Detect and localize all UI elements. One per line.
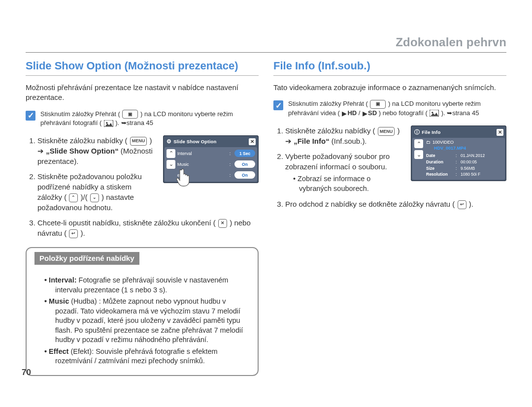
v: 1080 50i F xyxy=(461,171,502,178)
info-icon: ⓘ xyxy=(414,129,420,135)
left-column: Slide Show Option (Možnosti prezentace) … xyxy=(26,60,259,376)
submenu-list: Interval: Fotografie se přehrávají souvi… xyxy=(34,269,250,366)
down-icon: ⌄ xyxy=(90,193,99,202)
play-hd-icon: ▶ xyxy=(342,109,347,118)
return-key-icon: ↩ xyxy=(458,200,466,209)
submenu-music: Music (Hudba) : Můžete zapnout nebo vypn… xyxy=(39,297,250,345)
text: (Inf.soub.). xyxy=(332,137,367,145)
v: 00:00:05 xyxy=(461,159,502,165)
text: ). ➥strana 45 xyxy=(441,109,479,117)
text-bold: „File Info“ xyxy=(294,137,330,145)
return-key-icon: ↩ xyxy=(69,229,78,238)
photo-icon xyxy=(430,110,439,117)
left-step-1: Stiskněte záložku nabídky ( MENU ) ➔ „Sl… xyxy=(37,135,157,166)
text: ) nebo fotografií ( xyxy=(379,109,428,117)
kv-date: Date:01.JAN.2012 xyxy=(426,153,502,159)
ui-row-effect[interactable]: ect: On xyxy=(177,171,255,180)
text: Chcete-li opustit nabídku, stiskněte zál… xyxy=(37,219,216,227)
page-number: 70 xyxy=(22,368,31,377)
right-steps-list: Stiskněte záložku nabídky ( MENU ) ➔ „Fi… xyxy=(273,125,405,194)
text: ). ➥strana 45 xyxy=(115,119,153,126)
left-steps-cont: Chcete-li opustit nabídku, stiskněte zál… xyxy=(26,218,259,238)
text: ect xyxy=(177,173,229,178)
right-steps-and-fig: Stiskněte záložku nabídky ( MENU ) ➔ „Fi… xyxy=(273,125,506,199)
text: File Info xyxy=(422,129,440,135)
right-step-1: Stiskněte záložku nabídky ( MENU ) ➔ „Fi… xyxy=(285,125,405,146)
k: Size xyxy=(426,165,456,172)
play-tab-icon: ▣ xyxy=(370,100,386,109)
ui-file-info-wrap: ⓘFile Info ✕ 🗀 100VIDEO HDV_0017.MP4 Dat… xyxy=(411,125,506,181)
text: Interval xyxy=(177,151,229,156)
right-steps: Stiskněte záložku nabídky ( MENU ) ➔ „Fi… xyxy=(273,125,405,199)
ui-file-info: ⓘFile Info ✕ 🗀 100VIDEO HDV_0017.MP4 Dat… xyxy=(411,125,506,181)
ui-title-bar: ⚙Slide Show Option ✕ xyxy=(165,137,257,147)
value-pill: On xyxy=(234,160,255,168)
kv-duration: Duration:00:00:05 xyxy=(426,159,502,165)
text: Stisknutím záložky Přehrát ( xyxy=(40,110,120,118)
v: 9.56MB xyxy=(461,165,502,172)
right-step-2: Vyberte požadovaný soubor pro zobrazení … xyxy=(285,151,405,194)
close-key-icon: ✕ xyxy=(218,219,227,228)
text: ). xyxy=(469,200,473,208)
ui-arrow-column: ⌃ ⌄ xyxy=(166,149,175,180)
text: Stisknutím záložky Přehrát ( xyxy=(288,100,368,107)
play-sd-icon: ▶ xyxy=(363,109,367,118)
left-title: Slide Show Option (Možnosti prezentace) xyxy=(26,60,259,76)
ui-row-music[interactable]: Music: On xyxy=(177,160,255,169)
text: Stiskněte záložku nabídky ( xyxy=(37,136,128,145)
folder-name: 100VIDEO xyxy=(432,140,454,145)
arrow-down-button[interactable]: ⌄ xyxy=(414,150,423,159)
close-icon[interactable]: ✕ xyxy=(249,138,256,145)
right-step-3: Pro odchod z nabídky se dotkněte záložky… xyxy=(285,199,506,209)
ui-title-bar: ⓘFile Info ✕ xyxy=(412,127,505,138)
left-note: ✓ Stisknutím záložky Přehrát ( ▣ ) na LC… xyxy=(26,110,259,127)
left-intro: Možnosti přehrávání prezentace lze nasta… xyxy=(26,83,259,103)
left-steps-list: Stiskněte záložku nabídky ( MENU ) ➔ „Sl… xyxy=(26,135,157,213)
text: (Hudba) : xyxy=(69,297,103,305)
kv-size: Size:9.56MB xyxy=(426,165,502,172)
ui-slide-show-option: ⚙Slide Show Option ✕ ⌃ ⌄ Interval: 1 Sec xyxy=(163,135,259,183)
ui-body: 🗀 100VIDEO HDV_0017.MP4 Date:01.JAN.2012… xyxy=(412,138,505,180)
check-icon: ✓ xyxy=(273,100,283,110)
text-bold: Music xyxy=(49,297,69,305)
k: Resolution xyxy=(426,171,456,178)
text: Stiskněte záložku nabídky ( xyxy=(285,126,375,135)
arrow-up-button[interactable]: ⌃ xyxy=(414,139,423,148)
ui-row-interval[interactable]: Interval: 1 Sec xyxy=(177,149,255,158)
text: HD xyxy=(347,109,357,117)
left-step-3: Chcete-li opustit nabídku, stiskněte zál… xyxy=(37,218,259,238)
text: (Efekt): xyxy=(68,347,96,355)
right-note: ✓ Stisknutím záložky Přehrát ( ▣ ) na LC… xyxy=(273,99,506,118)
right-intro: Tato videokamera zobrazuje informace o z… xyxy=(273,83,506,93)
right-title: File Info (Inf.soub.) xyxy=(273,60,506,76)
text: Vyberte požadovaný soubor pro zobrazení … xyxy=(285,152,390,171)
submenu-title: Položky podřízené nabídky xyxy=(34,252,139,265)
up-icon: ⌃ xyxy=(69,193,78,202)
right-column: File Info (Inf.soub.) Tato videokamera z… xyxy=(273,60,506,376)
text: Fotografie se přehrávají souvisle v nast… xyxy=(55,276,228,294)
ui-title-text: ⚙Slide Show Option xyxy=(166,138,217,145)
arrow-up-button[interactable]: ⌃ xyxy=(166,149,175,158)
k: Date xyxy=(426,153,456,159)
right-steps-cont: Pro odchod z nabídky se dotkněte záložky… xyxy=(273,199,506,209)
folder-row: 🗀 100VIDEO xyxy=(426,140,502,145)
file-name: HDV_0017.MP4 xyxy=(434,146,502,151)
left-note-text: Stisknutím záložky Přehrát ( ▣ ) na LCD … xyxy=(40,110,259,127)
text: SD xyxy=(368,109,377,117)
text: Slide Show Option xyxy=(173,139,216,144)
left-steps-and-fig: Stiskněte záložku nabídky ( MENU ) ➔ „Sl… xyxy=(26,135,259,218)
text: Pro odchod z nabídky se dotkněte záložky… xyxy=(285,200,455,208)
submenu-interval: Interval: Fotografie se přehrávají souvi… xyxy=(39,276,250,295)
left-steps: Stiskněte záložku nabídky ( MENU ) ➔ „Sl… xyxy=(26,135,157,218)
ui-title-text: ⓘFile Info xyxy=(414,128,440,136)
page-header: Zdokonalen pehrvn xyxy=(26,35,506,53)
ui-arrow-column: ⌃ ⌄ xyxy=(414,139,423,159)
close-icon[interactable]: ✕ xyxy=(497,129,503,136)
k: Duration xyxy=(426,159,456,165)
kv-resolution: Resolution:1080 50i F xyxy=(426,171,502,178)
submenu-effect: Effect (Efekt): Souvisle přehrává fotogr… xyxy=(39,347,250,366)
page: Zdokonalen pehrvn Slide Show Option (Mož… xyxy=(0,0,532,407)
arrow-down-button[interactable]: ⌄ xyxy=(166,160,175,169)
text: ). xyxy=(81,229,85,237)
right-step-2-sub: Zobrazí se informace o vybraných soubore… xyxy=(285,174,405,194)
